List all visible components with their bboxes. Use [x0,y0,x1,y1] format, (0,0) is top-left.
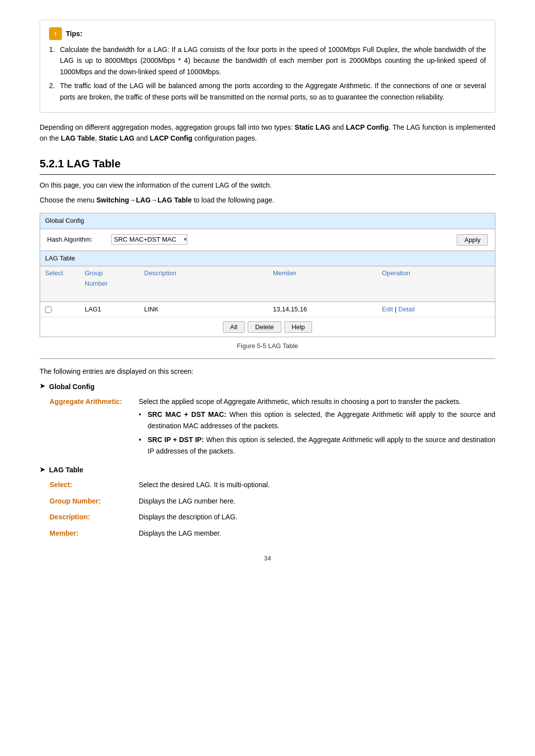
section-title: 5.2.1 LAG Table [40,155,495,175]
global-config-heading-text: Global Config [49,381,95,392]
all-button[interactable]: All [223,321,245,333]
help-button[interactable]: Help [284,321,313,333]
group-number-label: Group Number: [50,496,139,506]
page-number: 34 [40,554,495,564]
tips-item-1-text: Calculate the bandwidth for a LAG: If a … [60,44,486,77]
description-label: Description: [50,511,139,522]
tips-item-2: 2. The traffic load of the LAG will be b… [49,80,486,102]
col-member: Member [273,268,382,299]
lag-table-buttons: All Delete Help [40,317,495,337]
select-entry: Select: Select the desired LAG. It is mu… [40,479,495,490]
description-desc: Displays the description of LAG. [139,511,495,522]
col-group-number: GroupNumber [85,268,144,299]
svg-rect-1 [55,32,56,35]
table-row: LAG1 LINK 13,14,15,16 Edit | Detail [40,302,495,318]
col-description: Description [144,268,273,299]
aggregate-desc-block: Select the applied scope of Aggregate Ar… [139,396,495,459]
arrow-icon-global: ➤ [40,381,45,392]
entries-intro: The following entries are displayed on t… [40,366,495,377]
select-desc: Select the desired LAG. It is multi-opti… [139,479,495,490]
tips-icon [49,27,62,40]
tips-item-1: 1. Calculate the bandwidth for a LAG: If… [49,44,486,77]
lag-table-header: LAG Table [40,251,495,267]
tips-item-2-text: The traffic load of the LAG will be bala… [60,80,486,102]
intro-paragraph: Depending on different aggregation modes… [40,122,495,144]
hash-algorithm-select[interactable]: SRC MAC+DST MAC SRC IP+DST IP [111,234,187,245]
lag-table-section: LAG Table SelectGroupNumber GroupNumber … [40,251,495,337]
section-desc1: On this page, you can view the informati… [40,180,495,191]
aggregate-arithmetic-entry: Aggregate Arithmetic: Select the applied… [40,396,495,459]
select-label: Select: [50,479,139,490]
row-group-number: LAG1 [85,304,144,315]
arrow-icon-lag: ➤ [40,465,45,475]
bullet-src-ip-dst-ip: SRC IP + DST IP: When this option is sel… [139,434,495,456]
bullet-1-label: SRC MAC + DST MAC: [148,410,226,418]
row-checkbox[interactable] [45,306,52,313]
hash-algorithm-select-wrapper[interactable]: SRC MAC+DST MAC SRC IP+DST IP [111,234,190,245]
row-description: LINK [144,304,273,315]
global-config-header: Global Config [40,213,495,229]
tips-item-2-num: 2. [49,80,60,102]
apply-button[interactable]: Apply [457,234,488,246]
group-number-entry: Group Number: Displays the LAG number he… [40,496,495,506]
hash-algorithm-label: Hash Algorithm: [47,235,111,245]
aggregate-bullets: SRC MAC + DST MAC: When this option is s… [139,409,495,456]
aggregate-desc: Select the applied scope of Aggregate Ar… [139,398,461,405]
figure-caption: Figure 5-5 LAG Table [40,341,495,352]
group-number-desc: Displays the LAG number here. [139,496,495,506]
row-checkbox-cell[interactable] [45,306,85,313]
tips-box: Tips: 1. Calculate the bandwidth for a L… [40,20,495,113]
global-config-row: Hash Algorithm: SRC MAC+DST MAC SRC IP+D… [40,229,495,251]
col-operation: Operation [382,268,461,299]
member-label: Member: [50,528,139,539]
detail-link[interactable]: Detail [398,305,415,313]
global-config-heading: ➤ Global Config [40,381,495,392]
tips-item-1-num: 1. [49,44,60,77]
row-operation: Edit | Detail [382,304,461,315]
entries-global-config: ➤ Global Config Aggregate Arithmetic: Se… [40,381,495,459]
bullet-2-label: SRC IP + DST IP: [148,436,204,444]
member-desc: Displays the LAG member. [139,528,495,539]
lag-table-col-headers: SelectGroupNumber GroupNumber Descriptio… [40,266,495,302]
page-divider [40,358,495,359]
op-separator: | [395,305,398,313]
aggregate-label: Aggregate Arithmetic: [50,396,139,459]
member-entry: Member: Displays the LAG member. [40,528,495,539]
tips-list: 1. Calculate the bandwidth for a LAG: If… [49,44,486,102]
svg-rect-2 [55,35,56,36]
ui-panel: Global Config Hash Algorithm: SRC MAC+DS… [40,213,495,338]
edit-link[interactable]: Edit [382,305,393,313]
tips-header: Tips: [49,27,486,40]
row-member: 13,14,15,16 [273,304,382,315]
tips-label: Tips: [66,28,82,39]
lag-table-heading-text: LAG Table [49,464,83,475]
entries-lag-table: ➤ LAG Table Select: Select the desired L… [40,464,495,539]
description-entry: Description: Displays the description of… [40,511,495,522]
bullet-src-mac-dst-mac: SRC MAC + DST MAC: When this option is s… [139,409,495,431]
lag-table-heading: ➤ LAG Table [40,464,495,475]
col-select: SelectGroupNumber [45,268,85,299]
delete-button[interactable]: Delete [248,321,281,333]
section-desc2: Choose the menu Switching→LAG→LAG Table … [40,195,495,205]
